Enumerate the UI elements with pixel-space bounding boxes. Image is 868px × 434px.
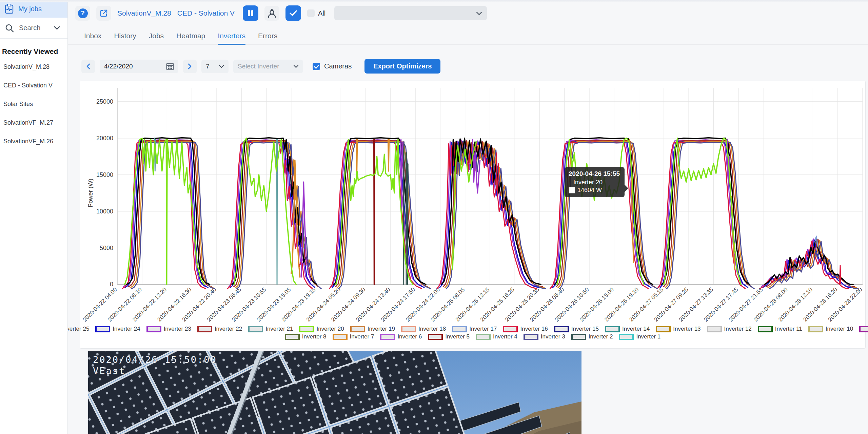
svg-text:20000: 20000 [96, 135, 113, 142]
search-label: Search [19, 24, 40, 32]
person-icon [268, 8, 276, 18]
legend-item[interactable]: Inverter 1 [619, 333, 660, 340]
svg-text:15000: 15000 [96, 171, 113, 178]
legend-item[interactable]: Inverter 2 [571, 333, 613, 340]
confirm-button[interactable] [285, 5, 301, 21]
chevron-down-icon [54, 26, 60, 30]
legend-row: Inverter 25Inverter 24Inverter 23Inverte… [41, 326, 868, 332]
legend-item[interactable]: Inverter 16 [503, 326, 548, 332]
legend-label: Inverter 6 [397, 333, 422, 340]
date-picker-field[interactable]: 4/22/2020 [100, 60, 178, 73]
legend-swatch [619, 334, 634, 340]
legend-swatch [95, 326, 110, 332]
legend-item[interactable]: Inverter 11 [758, 326, 802, 332]
legend-row: Inverter 8Inverter 7Inverter 6Inverter 5… [282, 333, 664, 340]
header-toolbar: ? SolvationV_M.28 CED - Solvation V [68, 5, 868, 21]
export-optimizers-button[interactable]: Export Optimizers [364, 59, 440, 74]
tab-bar: Inbox History Jobs Heatmap Inverters Err… [68, 32, 868, 45]
cameras-checkbox[interactable] [313, 63, 320, 70]
legend-label: Inverter 14 [622, 326, 650, 332]
window-top-strip [0, 0, 868, 2]
power-chart[interactable]: 0500010000150002000025000Power (W)2020-0… [80, 81, 865, 349]
legend-swatch [350, 326, 365, 332]
site-selector-dropdown[interactable] [334, 6, 487, 20]
legend-item[interactable]: Inverter 8 [285, 333, 327, 340]
site-link-primary[interactable]: SolvationV_M.28 [117, 9, 171, 17]
legend-label: Inverter 20 [316, 326, 344, 332]
tab-inbox[interactable]: Inbox [84, 32, 101, 44]
tooltip-series-swatch [569, 187, 575, 193]
technician-button[interactable] [264, 6, 279, 21]
legend-swatch [524, 334, 538, 340]
legend-item[interactable]: Inverter 18 [401, 326, 446, 332]
inverter-select[interactable]: Select Inverter [233, 60, 303, 73]
legend-item[interactable]: Inverter 17 [452, 326, 497, 332]
legend-swatch [476, 334, 491, 340]
site-link-secondary[interactable]: CED - Solvation V [177, 9, 235, 17]
pause-button[interactable] [243, 5, 258, 21]
legend-item[interactable]: Inverter 23 [146, 326, 191, 332]
recently-viewed-item[interactable]: SolvationVF_M.27 [0, 113, 67, 132]
legend-item[interactable]: Inverter 9 [859, 326, 868, 332]
next-day-button[interactable] [183, 60, 197, 73]
cameras-checkbox-group: Cameras [313, 62, 352, 70]
sidebar-item-my-jobs[interactable]: My jobs [0, 0, 67, 18]
cameras-checkbox-label: Cameras [324, 62, 352, 70]
legend-label: Inverter 2 [589, 333, 613, 340]
legend-item[interactable]: Inverter 4 [476, 333, 517, 340]
all-checkbox-label: All [318, 9, 326, 17]
calendar-icon [166, 62, 174, 70]
legend-swatch [380, 334, 395, 340]
legend-item[interactable]: Inverter 19 [350, 326, 395, 332]
legend-item[interactable]: Inverter 10 [808, 326, 853, 332]
legend-label: Inverter 16 [520, 326, 548, 332]
legend-item[interactable]: Inverter 3 [524, 333, 565, 340]
legend-swatch [808, 326, 823, 332]
legend-swatch [248, 326, 263, 332]
legend-label: Inverter 7 [350, 333, 374, 340]
all-checkbox[interactable] [307, 9, 315, 17]
legend-item[interactable]: Inverter 14 [605, 326, 650, 332]
camera-feed: 2020/04/26 15:50:00 VEast [88, 351, 581, 434]
chart-controls: 4/22/2020 7 Select Inv [68, 59, 440, 74]
legend-swatch [605, 326, 620, 332]
tab-history[interactable]: History [114, 32, 136, 44]
recently-viewed-item[interactable]: CED - Solvation V [0, 76, 67, 95]
legend-swatch [299, 326, 314, 332]
legend-item[interactable]: Inverter 20 [299, 326, 344, 332]
tab-errors[interactable]: Errors [258, 32, 277, 44]
tab-inverters[interactable]: Inverters [218, 32, 245, 44]
legend-item[interactable]: Inverter 5 [428, 333, 470, 340]
sidebar-search[interactable]: Search [0, 18, 67, 39]
chart-tooltip: 2020-04-26 15:55 Inverter 20 14604 W [565, 167, 625, 197]
tab-jobs[interactable]: Jobs [149, 32, 164, 44]
recently-viewed-item[interactable]: SolvationVF_M.26 [0, 132, 67, 151]
clipboard-pulse-icon [5, 4, 14, 14]
legend-item[interactable]: Inverter 22 [197, 326, 242, 332]
tab-heatmap[interactable]: Heatmap [176, 32, 205, 44]
legend-label: Inverter 19 [368, 326, 395, 332]
legend-item[interactable]: Inverter 7 [333, 333, 374, 340]
help-button[interactable]: ? [75, 6, 90, 21]
legend-swatch [333, 334, 348, 340]
legend-label: Inverter 18 [418, 326, 446, 332]
legend-item[interactable]: Inverter 15 [554, 326, 599, 332]
legend-item[interactable]: Inverter 6 [380, 333, 422, 340]
legend-label: Inverter 8 [302, 333, 327, 340]
days-select[interactable]: 7 [201, 60, 229, 73]
recently-viewed-item[interactable]: SolvationV_M.28 [0, 58, 67, 76]
camera-osd-overlay: 2020/04/26 15:50:00 VEast [93, 354, 217, 376]
legend-label: Inverter 13 [673, 326, 701, 332]
legend-item[interactable]: Inverter 12 [707, 326, 752, 332]
legend-item[interactable]: Inverter 24 [95, 326, 140, 332]
previous-day-button[interactable] [81, 60, 95, 73]
legend-item[interactable]: Inverter 21 [248, 326, 293, 332]
svg-text:25000: 25000 [96, 98, 113, 105]
tooltip-timestamp: 2020-04-26 15:55 [569, 170, 620, 178]
legend-label: Inverter 23 [164, 326, 191, 332]
external-link-button[interactable] [96, 6, 111, 21]
recently-viewed-item[interactable]: Solar Sites [0, 95, 67, 113]
legend-item[interactable]: Inverter 13 [656, 326, 701, 332]
chevron-left-icon [86, 63, 90, 69]
chevron-down-icon [293, 65, 299, 68]
